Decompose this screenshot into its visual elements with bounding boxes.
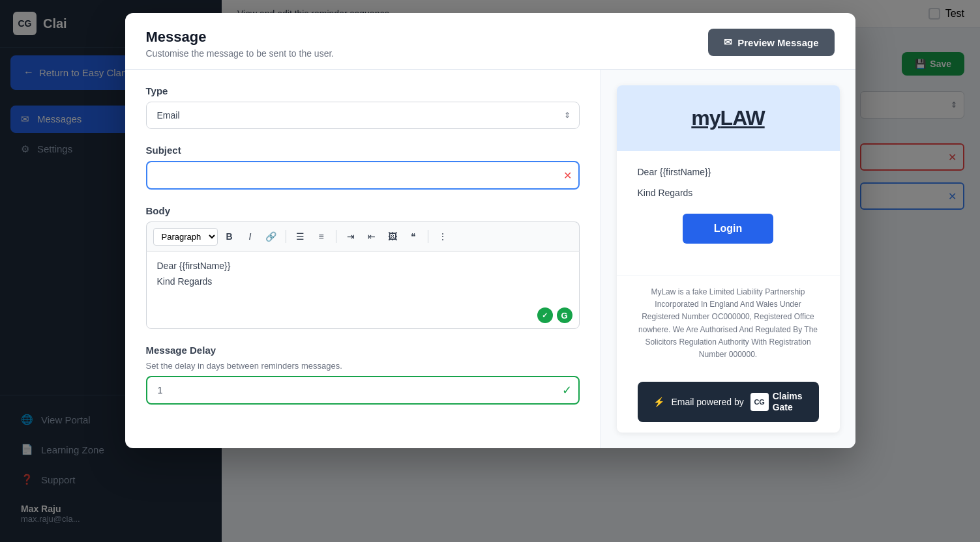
email-greeting: Dear {{firstName}} [638,167,819,177]
delay-input[interactable] [146,376,580,405]
subject-clear-icon[interactable]: ✕ [563,169,572,182]
modal-preview-panel: myLAW Dear {{firstName}} Kind Regards Lo… [601,70,855,448]
toolbar-divider-3 [428,230,428,243]
modal-body: Type EmailSMS Subject ✕ Body Paragraph B [125,70,855,448]
toolbar-divider-1 [286,230,286,243]
body-line2: Kind Regards [157,276,569,287]
email-body: Dear {{firstName}} Kind Regards Login [617,151,840,275]
claims-gate-logo: CG ClaimsGate [750,391,803,413]
delay-label: Message Delay [146,345,580,356]
more-options-button[interactable]: ⋮ [434,227,452,246]
outdent-button[interactable]: ⇤ [363,227,381,246]
spellcheck-icon: ✓ [537,307,553,323]
cg-icon: CG [750,393,769,411]
modal-header: Message Customise the message to be sent… [125,13,855,70]
body-editor[interactable]: Dear {{firstName}} Kind Regards ✓ G [146,251,580,329]
body-label: Body [146,205,580,216]
modal-title: Message [146,29,334,46]
type-label: Type [146,85,580,96]
link-button[interactable]: 🔗 [262,227,280,246]
bold-button[interactable]: B [220,227,239,246]
email-footer-legal: MyLaw is a fake Limited Liability Partne… [617,275,840,371]
email-powered-bar: ⚡ Email powered by CG ClaimsGate [638,382,819,422]
email-banner: myLAW [617,85,840,151]
type-section: Type EmailSMS [146,85,580,129]
indent-button[interactable]: ⇥ [342,227,360,246]
body-line1: Dear {{firstName}} [157,261,569,271]
delay-input-wrapper: ✓ [146,376,580,405]
email-preview: myLAW Dear {{firstName}} Kind Regards Lo… [617,85,840,433]
envelope-preview-icon: ✉ [724,36,732,48]
delay-description: Set the delay in days between reminders … [146,361,580,371]
subject-label: Subject [146,145,580,156]
subject-input-wrapper: ✕ [146,161,580,190]
lightning-icon: ⚡ [653,397,664,407]
editor-icons: ✓ G [537,307,572,323]
modal-subtitle: Customise the message to be sent to the … [146,48,334,59]
quote-button[interactable]: ❝ [404,227,423,246]
delay-section: Message Delay Set the delay in days betw… [146,345,580,405]
grammarly-icon: G [557,307,572,323]
type-select-wrapper: EmailSMS [146,102,580,129]
message-modal: Message Customise the message to be sent… [125,13,855,448]
login-btn-wrapper: Login [638,214,819,244]
toolbar-divider-2 [336,230,336,243]
type-select[interactable]: EmailSMS [146,102,580,129]
cg-name: ClaimsGate [773,391,803,413]
image-button[interactable]: 🖼 [383,227,402,246]
editor-toolbar: Paragraph B I 🔗 ☰ ≡ ⇥ ⇤ 🖼 ❝ ⋮ [146,221,580,251]
preview-message-button[interactable]: ✉ Preview Message [708,29,834,56]
modal-title-area: Message Customise the message to be sent… [146,29,334,59]
login-button[interactable]: Login [683,214,774,244]
bullet-list-button[interactable]: ☰ [291,227,310,246]
email-regards: Kind Regards [638,188,819,198]
modal-form-panel: Type EmailSMS Subject ✕ Body Paragraph B [125,70,601,448]
ordered-list-button[interactable]: ≡ [312,227,331,246]
italic-button[interactable]: I [241,227,260,246]
email-logo: myLAW [630,106,827,130]
delay-valid-icon: ✓ [562,383,572,397]
powered-by-text: Email powered by [671,397,743,407]
subject-section: Subject ✕ [146,145,580,190]
paragraph-select[interactable]: Paragraph [153,228,218,246]
body-section: Body Paragraph B I 🔗 ☰ ≡ ⇥ ⇤ 🖼 ❝ ⋮ [146,205,580,329]
subject-input[interactable] [146,161,580,190]
